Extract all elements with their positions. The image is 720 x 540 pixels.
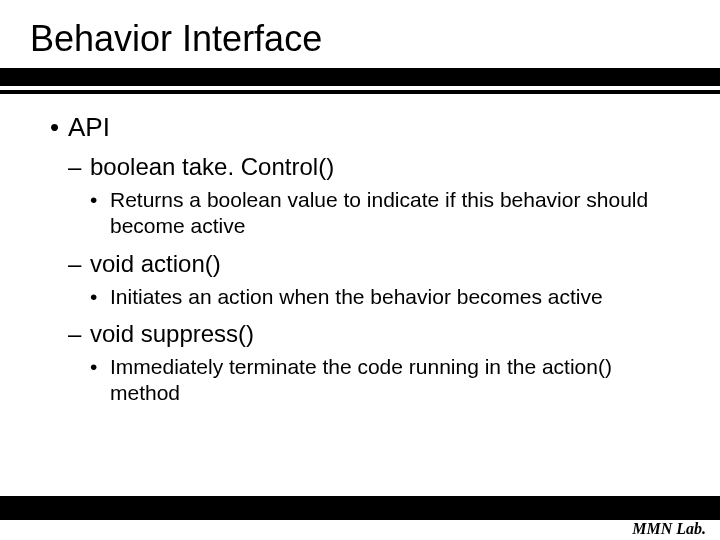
bullet-api-label: API	[68, 112, 110, 142]
footer-bar	[0, 496, 720, 520]
method-suppress-sig: void suppress()	[90, 320, 254, 347]
bullet-list-lvl3: Returns a boolean value to indicate if t…	[90, 187, 670, 240]
bullet-list-lvl2: boolean take. Control() Returns a boolea…	[68, 153, 670, 406]
slide-title: Behavior Interface	[0, 0, 720, 68]
slide: Behavior Interface API boolean take. Con…	[0, 0, 720, 540]
footer-label: MMN Lab.	[632, 520, 706, 538]
method-takecontrol-desc: Returns a boolean value to indicate if t…	[90, 187, 670, 240]
content-area: API boolean take. Control() Returns a bo…	[0, 94, 720, 406]
method-takecontrol-sig: boolean take. Control()	[90, 153, 334, 180]
method-action-desc: Initiates an action when the behavior be…	[90, 284, 670, 310]
method-suppress-desc: Immediately terminate the code running i…	[90, 354, 670, 407]
title-underline-thick	[0, 68, 720, 86]
bullet-list-lvl3: Initiates an action when the behavior be…	[90, 284, 670, 310]
method-takecontrol: boolean take. Control() Returns a boolea…	[68, 153, 670, 240]
bullet-api: API boolean take. Control() Returns a bo…	[50, 112, 670, 406]
method-suppress: void suppress() Immediately terminate th…	[68, 320, 670, 407]
bullet-list-lvl1: API boolean take. Control() Returns a bo…	[50, 112, 670, 406]
method-action-sig: void action()	[90, 250, 221, 277]
method-action: void action() Initiates an action when t…	[68, 250, 670, 310]
bullet-list-lvl3: Immediately terminate the code running i…	[90, 354, 670, 407]
